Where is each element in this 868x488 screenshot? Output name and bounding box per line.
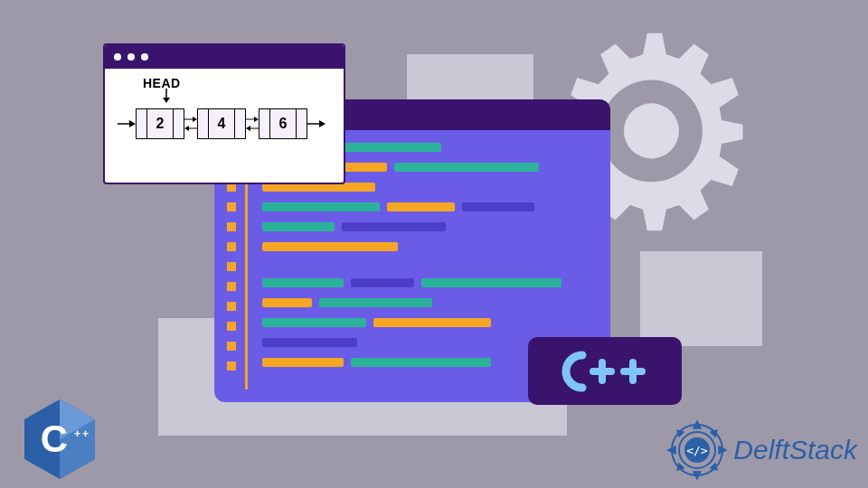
node-value: 2: [147, 109, 173, 138]
entry-arrow-icon: [118, 119, 136, 128]
svg-text:+: +: [74, 427, 80, 440]
node-value: 4: [209, 109, 234, 138]
svg-text:C: C: [41, 418, 68, 460]
window-dot: [114, 53, 121, 61]
delftstack-badge-icon: </>: [666, 419, 728, 481]
list-node: 4: [197, 108, 246, 139]
linked-list-window: HEAD 2 4: [103, 43, 345, 184]
next-ptr: [234, 109, 245, 138]
head-arrow-icon: [161, 89, 172, 103]
svg-text:+: +: [82, 427, 89, 440]
node-value: 6: [270, 109, 296, 138]
list-row: 2 4 6: [118, 108, 331, 139]
linked-body: HEAD 2 4: [105, 69, 344, 150]
next-ptr: [296, 109, 307, 138]
brand-name: DelftStack: [733, 435, 857, 465]
cpp-badge: [528, 337, 682, 405]
svg-marker-9: [129, 120, 136, 127]
linked-titlebar: [105, 45, 344, 69]
exit-arrow-icon: [307, 119, 326, 128]
list-node: 2: [136, 108, 184, 139]
cpp-hex-logo: C + +: [24, 399, 95, 479]
bg-rect-right: [640, 251, 762, 346]
window-dot: [127, 53, 135, 61]
svg-marker-19: [319, 120, 326, 127]
prev-ptr: [198, 109, 209, 138]
window-dot: [141, 53, 148, 61]
arrow-icon: [184, 108, 197, 139]
next-ptr: [173, 109, 184, 138]
svg-text:</>: </>: [687, 444, 709, 457]
list-node: 6: [259, 108, 307, 139]
arrow-icon: [246, 108, 259, 139]
svg-marker-13: [184, 126, 189, 131]
svg-point-1: [624, 103, 679, 158]
svg-marker-7: [163, 98, 170, 103]
prev-ptr: [259, 109, 270, 138]
prev-ptr: [137, 109, 147, 138]
svg-marker-17: [246, 126, 250, 131]
delftstack-logo: </> DelftStack: [666, 419, 857, 481]
